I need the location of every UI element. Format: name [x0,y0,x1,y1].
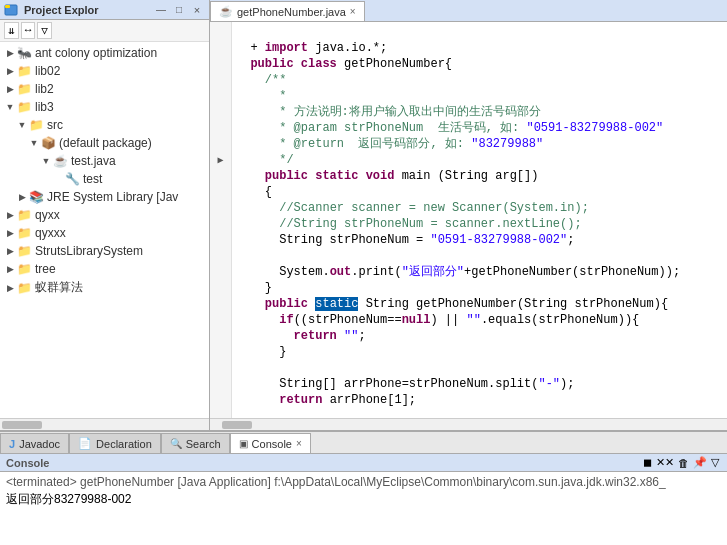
tree-arrow-lib3: ▼ [4,102,16,112]
code-line-1: + import java.io.*; [236,41,387,55]
tab-console[interactable]: ▣ Console × [230,433,311,453]
tree-item-qyxxx[interactable]: ▶ 📁 qyxxx [0,224,209,242]
code-line-7: * @return 返回号码部分, 如: "83279988" [236,137,543,151]
project-explorer-icon [4,3,18,17]
project-tree: ▶ 🐜 ant colony optimization ▶ 📁 lib02 ▶ … [0,42,209,418]
tree-item-test[interactable]: 🔧 test [0,170,209,188]
tree-arrow-testjava: ▼ [40,156,52,166]
console-icon: ▣ [239,438,248,449]
code-line-24 [236,409,243,418]
tree-arrow-qyxx: ▶ [4,210,16,220]
tree-icon-test: 🔧 [64,171,80,187]
tree-arrow-jre: ▶ [16,192,28,202]
editor-hscrollbar-thumb [222,421,252,429]
tree-icon-lib3: 📁 [16,99,32,115]
code-editor[interactable]: + import java.io.*; public class getPhon… [232,22,727,418]
javadoc-icon: J [9,438,15,450]
collapse-all-button[interactable]: ⇊ [4,22,19,39]
code-line-17: public static String getPhoneNumber(Stri… [236,297,668,311]
tree-item-lib3[interactable]: ▼ 📁 lib3 [0,98,209,116]
editor-tab-getphonenumber[interactable]: ☕ getPhoneNumber.java × [210,1,365,21]
tree-arrow-tree: ▶ [4,264,16,274]
tree-arrow-antsf: ▶ [4,283,16,293]
editor-hscrollbar[interactable] [210,418,727,430]
tree-label-testjava: test.java [71,154,116,168]
code-line-15: System.out.print("返回部分"+getPhoneNumber(s… [236,265,680,279]
tree-arrow-defpkg: ▼ [28,138,40,148]
tree-icon-struts: 📁 [16,243,32,259]
gutter-line-9: ▶ [217,152,223,168]
console-dropdown-button[interactable]: ▽ [711,456,719,469]
tab-javadoc[interactable]: J Javadoc [0,433,69,453]
tree-item-struts[interactable]: ▶ 📁 StrutsLibrarySystem [0,242,209,260]
bottom-tab-bar: J Javadoc 📄 Declaration 🔍 Search ▣ Conso… [0,432,727,454]
clear-console-button[interactable]: 🗑 [678,457,689,469]
project-explorer-header: Project Explor — □ × [0,0,209,20]
tree-label-antsf: 蚁群算法 [35,279,83,296]
tab-label-console: Console [252,438,292,450]
tree-item-defpkg[interactable]: ▼ 📦 (default package) [0,134,209,152]
tree-item-testjava[interactable]: ▼ ☕ test.java [0,152,209,170]
tab-label-search: Search [186,438,221,450]
java-file-icon: ☕ [219,5,233,18]
tree-item-qyxx[interactable]: ▶ 📁 qyxx [0,206,209,224]
tree-item-lib02[interactable]: ▶ 📁 lib02 [0,62,209,80]
code-line-16: } [236,281,272,295]
minimize-panel-button[interactable]: — [153,2,169,18]
tree-item-src[interactable]: ▼ 📁 src [0,116,209,134]
code-line-18: if((strPhoneNum==null) || "".equals(strP… [236,313,639,327]
tree-label-qyxx: qyxx [35,208,60,222]
editor-gutter: ▶ [210,22,232,418]
svg-rect-1 [5,5,10,8]
tree-label-struts: StrutsLibrarySystem [35,244,143,258]
code-line-19: return ""; [236,329,366,343]
tree-label-lib2: lib2 [35,82,54,96]
code-line-23: return arrPhone[1]; [236,393,416,407]
scrollbar-thumb [2,421,42,429]
code-line-2: public class getPhoneNumber{ [236,57,452,71]
view-menu-button[interactable]: ▽ [37,22,52,39]
left-panel-scrollbar[interactable] [0,418,209,430]
editor-panel: ☕ getPhoneNumber.java × [210,0,727,430]
maximize-panel-button[interactable]: □ [171,2,187,18]
console-toolbar-label: Console [6,457,49,469]
tree-label-qyxxx: qyxxx [35,226,66,240]
tree-icon-defpkg: 📦 [40,135,56,151]
tree-arrow-ant: ▶ [4,48,16,58]
tree-icon-testjava: ☕ [52,153,68,169]
code-line-4: * [236,89,286,103]
remove-terminated-button[interactable]: ✕✕ [656,456,674,469]
tab-label-getphonenumber: getPhoneNumber.java [237,6,346,18]
pin-console-button[interactable]: 📌 [693,456,707,469]
tree-label-defpkg: (default package) [59,136,152,150]
project-explorer-title: Project Explor [24,4,153,16]
console-tab-close[interactable]: × [296,438,302,449]
tree-item-lib2[interactable]: ▶ 📁 lib2 [0,80,209,98]
tree-icon-antsf: 📁 [16,280,32,296]
code-line-21 [236,361,243,375]
code-line-8: */ [236,153,294,167]
tree-item-jre[interactable]: ▶ 📚 JRE System Library [Jav [0,188,209,206]
tree-label-tree: tree [35,262,56,276]
link-with-editor-button[interactable]: ↔ [21,22,36,39]
code-line-14 [236,249,243,263]
tab-search[interactable]: 🔍 Search [161,433,230,453]
panel-header-icons: — □ × [153,2,205,18]
editor-tab-bar: ☕ getPhoneNumber.java × [210,0,727,22]
terminate-button[interactable]: ◼ [643,456,652,469]
tab-close-button[interactable]: × [350,6,356,17]
console-content: <terminated> getPhoneNumber [Java Applic… [0,472,727,545]
tree-item-antsf[interactable]: ▶ 📁 蚁群算法 [0,278,209,297]
tree-label-test: test [83,172,102,186]
code-line-9: public static void main (String arg[]) [236,169,538,183]
tree-item-tree[interactable]: ▶ 📁 tree [0,260,209,278]
bottom-panel: J Javadoc 📄 Declaration 🔍 Search ▣ Conso… [0,430,727,545]
project-explorer-panel: Project Explor — □ × ⇊ ↔ ▽ ▶ 🐜 ant colon… [0,0,210,430]
main-window: Project Explor — □ × ⇊ ↔ ▽ ▶ 🐜 ant colon… [0,0,727,545]
tree-label-ant: ant colony optimization [35,46,157,60]
tab-declaration[interactable]: 📄 Declaration [69,433,161,453]
tree-item-ant[interactable]: ▶ 🐜 ant colony optimization [0,44,209,62]
close-panel-button[interactable]: × [189,2,205,18]
tree-icon-qyxx: 📁 [16,207,32,223]
tree-icon-tree: 📁 [16,261,32,277]
